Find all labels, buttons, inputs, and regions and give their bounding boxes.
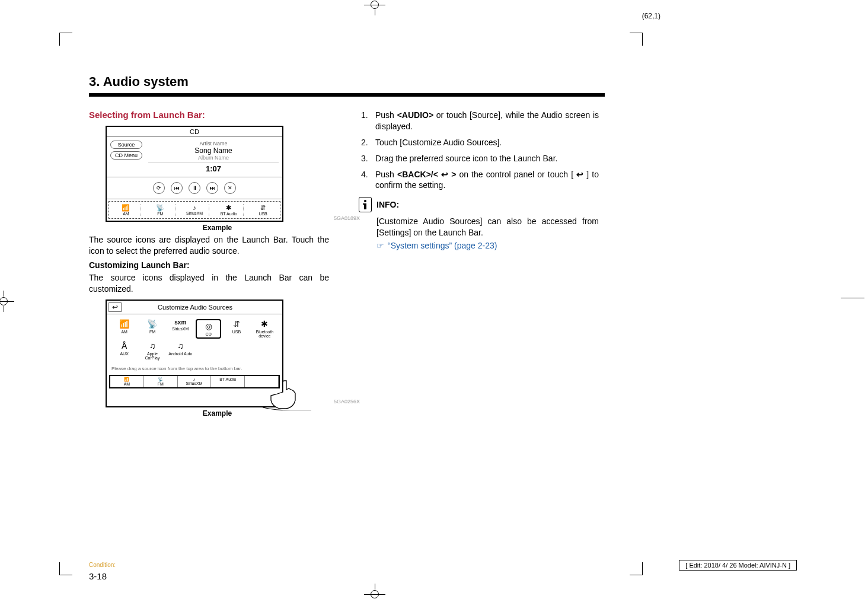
footer-edit-info: [ Edit: 2018/ 4/ 26 Model: AIVINJ-N ] — [679, 560, 797, 571]
playback-controls: ⟳ ⏮ ⏸ ⏭ ✕ — [107, 177, 282, 199]
registration-mark — [0, 291, 14, 312]
section-rule — [89, 93, 605, 97]
bluetooth-icon: ✱ — [252, 319, 277, 329]
grid-usb[interactable]: ⇵USB — [224, 319, 249, 339]
registration-mark-side — [841, 298, 864, 298]
customize-title: Customize Audio Sources — [126, 304, 264, 311]
shuffle-icon[interactable]: ✕ — [224, 182, 236, 194]
fm-icon: 📡 — [146, 204, 175, 212]
back-button[interactable]: ↩ — [108, 302, 122, 312]
para-source-icons: The source icons are displayed on the La… — [89, 234, 329, 257]
crop-mark — [59, 562, 72, 575]
am-icon: 📶 — [111, 204, 141, 212]
audio-hard-button: <AUDIO> — [397, 110, 433, 120]
source-button[interactable]: Source — [110, 141, 142, 149]
info-icon — [359, 197, 372, 212]
page-body: 3. Audio system Selecting from Launch Ba… — [65, 36, 611, 528]
cd-menu-button[interactable]: CD Menu — [110, 151, 142, 160]
launch-bar: 📶AM 📡FM ♪SiriusXM ✱BT Audio ⇵USB — [108, 201, 280, 219]
grid-sxm[interactable]: sxmSiriusXM — [168, 319, 193, 339]
next-track-icon[interactable]: ⏭ — [206, 182, 218, 194]
launch-fm[interactable]: 📡FM — [146, 204, 175, 216]
bottom-fm[interactable]: 📡FM — [144, 376, 178, 387]
grid-carplay[interactable]: ♫Apple CarPlay — [139, 341, 165, 360]
bottom-sxm[interactable]: ♪SiriusXM — [178, 376, 212, 387]
para-customize: The source icons displayed in the Launch… — [89, 272, 329, 295]
cd-screen-title: CD — [107, 127, 282, 137]
source-grid: 📶AM 📡FM sxmSiriusXM ◎CD ⇵USB ✱Bluetooth … — [107, 314, 282, 365]
figure-caption: Example — [106, 224, 329, 232]
bottom-bt[interactable]: BT Audio — [211, 376, 245, 387]
launch-bt[interactable]: ✱BT Audio — [214, 204, 244, 216]
sxm-icon: ♪ — [180, 204, 209, 211]
heading-selecting-launch-bar: Selecting from Launch Bar: — [89, 110, 329, 120]
grid-androidauto[interactable]: ♫Android Auto — [168, 341, 193, 360]
figure-customize-sources: ↩ Customize Audio Sources 📶AM 📡FM sxmSir… — [106, 300, 329, 418]
grid-fm[interactable]: 📡FM — [139, 319, 165, 339]
figure-id: 5GA0189X — [334, 215, 360, 221]
page-coordinate-marker: (62,1) — [642, 12, 660, 20]
page-number: 3-18 — [89, 571, 107, 581]
aux-icon: Å — [111, 341, 137, 351]
info-label: INFO: — [376, 200, 399, 209]
bottom-empty[interactable] — [245, 376, 279, 387]
back-arrow-icon: ↩ — [441, 169, 448, 180]
pointer-icon: ☞ — [376, 241, 384, 250]
step-1: 1. Push <AUDIO> or touch [Source], while… — [361, 110, 599, 132]
step-3: 3. Drag the preferred source icon to the… — [361, 153, 599, 164]
play-time: 1:07 — [148, 163, 279, 173]
bottom-bar[interactable]: 📶AM 📡FM ♪SiriusXM BT Audio — [109, 375, 280, 388]
left-column: Selecting from Launch Bar: CD Source CD … — [89, 110, 329, 420]
bottom-am[interactable]: 📶AM — [110, 376, 144, 387]
registration-mark — [364, 0, 385, 15]
xref-link-text: “System settings” (page 2-23) — [388, 241, 497, 250]
carplay-icon: ♫ — [139, 341, 165, 351]
section-title: 3. Audio system — [89, 74, 611, 90]
launch-am[interactable]: 📶AM — [111, 204, 141, 216]
repeat-icon[interactable]: ⟳ — [153, 182, 165, 194]
grid-bt[interactable]: ✱Bluetooth device — [252, 319, 277, 339]
song-name: Song Name — [148, 146, 279, 155]
registration-mark — [364, 584, 385, 599]
cross-reference[interactable]: ☞ “System settings” (page 2-23) — [376, 241, 599, 250]
androidauto-icon: ♫ — [168, 341, 193, 351]
steps-list: 1. Push <AUDIO> or touch [Source], while… — [361, 110, 599, 191]
info-heading: INFO: — [359, 197, 599, 212]
cd-screen-mock: CD Source CD Menu Artist Name Song Name … — [106, 126, 283, 222]
figure-caption: Example — [106, 409, 329, 418]
fm-icon: 📡 — [139, 319, 165, 329]
back-arrow-icon: ↩ — [576, 169, 583, 180]
sxm-icon: ♪ — [193, 377, 196, 381]
heading-customizing-launch-bar: Customizing Launch Bar: — [89, 260, 329, 270]
back-hard-button: <BACK>/< ↩ > — [397, 170, 456, 179]
svg-point-0 — [364, 200, 366, 202]
customize-screen-mock: ↩ Customize Audio Sources 📶AM 📡FM sxmSir… — [106, 300, 283, 407]
step-4: 4. Push <BACK>/< ↩ > on the control pane… — [361, 169, 599, 192]
am-icon: 📶 — [124, 377, 129, 381]
usb-icon: ⇵ — [224, 319, 249, 329]
usb-icon: ⇵ — [248, 204, 277, 212]
am-icon: 📶 — [111, 319, 137, 329]
sxm-icon: sxm — [168, 319, 193, 326]
bluetooth-icon: ✱ — [214, 204, 243, 212]
launch-usb[interactable]: ⇵USB — [248, 204, 277, 216]
cd-icon: ◎ — [198, 321, 219, 331]
grid-am[interactable]: 📶AM — [111, 319, 137, 339]
figure-id: 5GA0256X — [334, 399, 360, 404]
grid-cd-selected[interactable]: ◎CD — [196, 319, 221, 339]
step-2: 2. Touch [Customize Audio Sources]. — [361, 137, 599, 148]
crop-mark — [630, 562, 643, 575]
grid-aux[interactable]: ÅAUX — [111, 341, 137, 360]
info-body-text: [Customize Audio Sources] can also be ac… — [376, 216, 599, 238]
right-column: 1. Push <AUDIO> or touch [Source], while… — [359, 110, 599, 250]
pause-icon[interactable]: ⏸ — [189, 182, 200, 194]
fm-icon: 📡 — [158, 377, 163, 381]
footer-condition: Condition: — [89, 562, 116, 568]
svg-rect-2 — [363, 203, 365, 205]
prev-track-icon[interactable]: ⏮ — [171, 182, 183, 194]
drag-hint: Please drag a source icon from the top a… — [107, 365, 282, 372]
album-name: Album Name — [148, 155, 279, 161]
crop-mark — [630, 33, 643, 46]
figure-cd-screen: CD Source CD Menu Artist Name Song Name … — [106, 126, 329, 232]
launch-sxm[interactable]: ♪SiriusXM — [180, 204, 210, 216]
